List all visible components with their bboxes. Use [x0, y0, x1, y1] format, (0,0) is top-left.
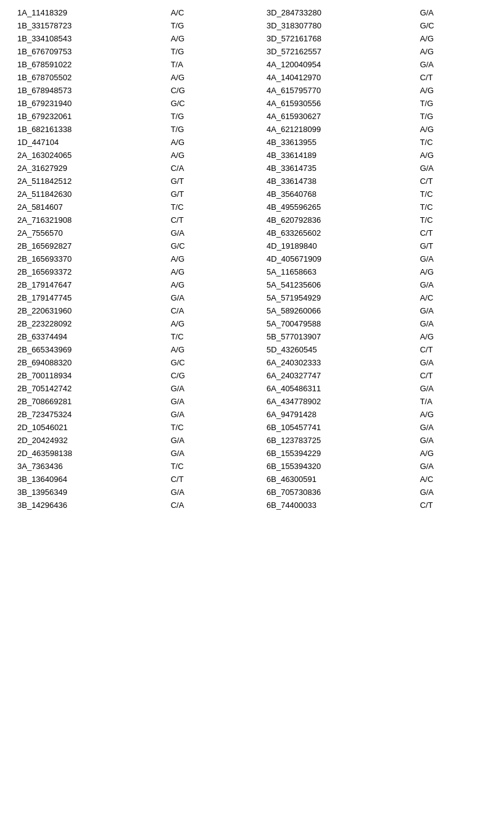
allele-right: C/T	[415, 499, 492, 512]
allele-left: G/T	[166, 175, 242, 188]
snp-id-left: 1B_678705502	[12, 71, 166, 84]
allele-right: G/A	[415, 421, 492, 434]
allele-left: G/A	[166, 447, 242, 460]
allele-right: G/A	[415, 356, 492, 369]
allele-left: G/A	[166, 382, 242, 395]
allele-right: C/T	[415, 226, 492, 239]
table-row: 2D_10546021 T/C 6B_105457741 G/A	[12, 421, 492, 434]
table-row: 1B_679231940 G/C 4A_615930556 T/G	[12, 97, 492, 110]
snp-id-left: 3B_13956349	[12, 486, 166, 499]
allele-right: A/G	[415, 408, 492, 421]
allele-left: C/A	[166, 162, 242, 175]
snp-id-left: 1D_447104	[12, 136, 166, 149]
snp-id-right: 4B_495596265	[262, 201, 415, 214]
allele-right: G/A	[415, 382, 492, 395]
allele-left: C/G	[166, 369, 242, 382]
allele-left: G/A	[166, 291, 242, 304]
table-row: 2B_179147745 G/A 5A_571954929 A/C	[12, 291, 492, 304]
snp-id-right: 6B_155394320	[262, 460, 415, 473]
table-row: 1B_679232061 T/G 4A_615930627 T/G	[12, 110, 492, 123]
snp-id-right: 3D_572161768	[262, 32, 415, 45]
snp-id-right: 4B_620792836	[262, 214, 415, 226]
snp-id-right: 4B_633265602	[262, 226, 415, 239]
table-row: 2A_716321908 C/T 4B_620792836 T/C	[12, 214, 492, 226]
snp-id-left: 2B_665343969	[12, 343, 166, 356]
snp-id-right: 4B_35640768	[262, 188, 415, 201]
snp-id-right: 6A_434778902	[262, 395, 415, 408]
allele-left: C/A	[166, 499, 242, 512]
table-row: 2D_463598138 G/A 6B_155394229 A/G	[12, 447, 492, 460]
snp-id-left: 2A_7556570	[12, 226, 166, 239]
table-row: 2B_700118934 C/G 6A_240327747 C/T	[12, 369, 492, 382]
table-row: 2B_708669281 G/A 6A_434778902 T/A	[12, 395, 492, 408]
snp-id-left: 1B_331578723	[12, 19, 166, 32]
snp-id-left: 2B_179147745	[12, 291, 166, 304]
snp-id-left: 1B_679232061	[12, 110, 166, 123]
allele-left: G/T	[166, 188, 242, 201]
table-row: 2A_511842630 G/T 4B_35640768 T/C	[12, 188, 492, 201]
snp-id-left: 2B_165692827	[12, 239, 166, 252]
snp-id-right: 6B_74400033	[262, 499, 415, 512]
snp-id-right: 4A_615930627	[262, 110, 415, 123]
snp-id-left: 2D_10546021	[12, 421, 166, 434]
allele-left: G/C	[166, 97, 242, 110]
snp-id-left: 1B_682161338	[12, 123, 166, 136]
snp-id-right: 5D_43260545	[262, 343, 415, 356]
snp-id-right: 6A_405486311	[262, 382, 415, 395]
allele-left: C/G	[166, 84, 242, 97]
snp-id-right: 3D_284733280	[262, 6, 415, 19]
snp-id-right: 3D_318307780	[262, 19, 415, 32]
allele-left: T/G	[166, 45, 242, 58]
allele-right: A/G	[415, 330, 492, 343]
allele-right: T/C	[415, 214, 492, 226]
snp-id-right: 6B_705730836	[262, 486, 415, 499]
allele-left: G/A	[166, 408, 242, 421]
allele-left: G/A	[166, 395, 242, 408]
allele-right: A/G	[415, 149, 492, 162]
snp-id-left: 2B_694088320	[12, 356, 166, 369]
snp-id-right: 5A_571954929	[262, 291, 415, 304]
allele-right: G/A	[415, 278, 492, 291]
allele-left: A/G	[166, 278, 242, 291]
allele-right: A/G	[415, 265, 492, 278]
snp-id-right: 4A_615930556	[262, 97, 415, 110]
allele-left: C/T	[166, 214, 242, 226]
snp-id-right: 4B_33614738	[262, 175, 415, 188]
snp-id-left: 2B_708669281	[12, 395, 166, 408]
snp-id-left: 2D_20424932	[12, 434, 166, 447]
snp-id-left: 2A_511842512	[12, 175, 166, 188]
allele-right: G/A	[415, 304, 492, 317]
table-row: 1B_334108543 A/G 3D_572161768 A/G	[12, 32, 492, 45]
table-row: 2B_165692827 G/C 4D_19189840 G/T	[12, 239, 492, 252]
table-row: 2B_220631960 C/A 5A_589260066 G/A	[12, 304, 492, 317]
snp-id-left: 1B_678948573	[12, 84, 166, 97]
allele-right: C/T	[415, 343, 492, 356]
snp-id-left: 2A_716321908	[12, 214, 166, 226]
allele-left: A/G	[166, 149, 242, 162]
allele-left: A/G	[166, 252, 242, 265]
table-row: 1B_682161338 T/G 4A_621218099 A/G	[12, 123, 492, 136]
allele-right: G/A	[415, 58, 492, 71]
snp-id-right: 6A_94791428	[262, 408, 415, 421]
snp-id-right: 5B_577013907	[262, 330, 415, 343]
allele-left: T/C	[166, 460, 242, 473]
allele-right: A/G	[415, 45, 492, 58]
allele-right: T/C	[415, 201, 492, 214]
snp-id-right: 6B_105457741	[262, 421, 415, 434]
snp-id-right: 4A_120040954	[262, 58, 415, 71]
table-row: 2B_705142742 G/A 6A_405486311 G/A	[12, 382, 492, 395]
allele-right: T/G	[415, 110, 492, 123]
allele-right: G/A	[415, 252, 492, 265]
snp-id-left: 2B_700118934	[12, 369, 166, 382]
allele-right: G/A	[415, 460, 492, 473]
allele-right: C/T	[415, 175, 492, 188]
snp-id-left: 2B_63374494	[12, 330, 166, 343]
allele-right: G/A	[415, 486, 492, 499]
snp-id-left: 2D_463598138	[12, 447, 166, 460]
snp-id-left: 2A_5814607	[12, 201, 166, 214]
allele-right: G/A	[415, 6, 492, 19]
allele-left: A/G	[166, 265, 242, 278]
snp-id-left: 2A_31627929	[12, 162, 166, 175]
allele-left: G/C	[166, 239, 242, 252]
snp-id-left: 2B_223228092	[12, 317, 166, 330]
